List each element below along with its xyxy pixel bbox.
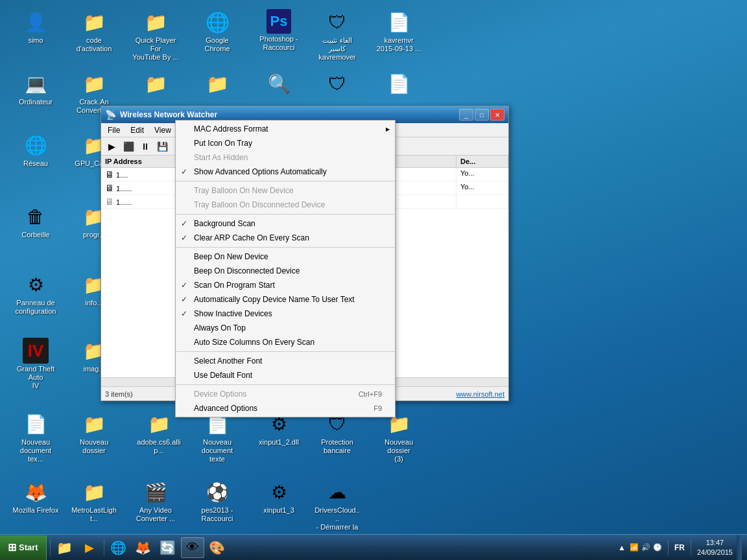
desktop-icon-reseau[interactable]: 🌐 Réseau xyxy=(10,130,62,170)
desktop-icon-corbeille[interactable]: 🗑 Corbeille xyxy=(10,201,62,242)
network-taskbar-icon: 🔄 xyxy=(160,540,176,555)
chrome-taskbar-icon: 🌐 xyxy=(110,540,126,555)
desktop-icon-pes2013[interactable]: ⚽ pes2013 -Raccourci xyxy=(191,476,243,526)
protection-label: Protectionbancaire xyxy=(321,438,353,455)
menu-mac-address-format[interactable]: MAC Address Format xyxy=(176,122,395,136)
menu-show-inactive[interactable]: ✓ Show Inactive Devices xyxy=(176,307,395,321)
firefox-taskbar-icon: 🦊 xyxy=(135,540,151,555)
reseau-label: Réseau xyxy=(23,159,48,168)
menu-beep-disc[interactable]: Beep On Disconnected Device xyxy=(176,264,395,278)
nouveau-doc-texte-label: Nouveaudocument texte xyxy=(194,438,241,464)
desktop-icon-google-chrome[interactable]: 🌐 Google Chrome xyxy=(191,6,243,56)
put-icon-tray-label: Put Icon On Tray xyxy=(194,139,252,148)
pause-button[interactable]: ⏸ xyxy=(137,139,153,154)
cell-extra-1: Yo... xyxy=(456,168,508,181)
quick-player-label: Quick Player ForYouTube By ... xyxy=(132,36,179,62)
simo-icon: 👤 xyxy=(23,9,49,35)
desktop-icon-panneau[interactable]: ⚙ Panneau deconfiguration xyxy=(10,269,62,318)
desktop-icon-any-video[interactable]: 🎬 Any VideoConverter ... xyxy=(130,476,182,526)
menu-advanced-options[interactable]: Advanced Options F9 xyxy=(176,401,395,415)
auto-copy-label: Automatically Copy Device Name To User T… xyxy=(194,295,355,304)
window-controls: _ □ ✕ xyxy=(459,109,504,121)
desktop-icon-code-activation[interactable]: 📁 code d'activation xyxy=(68,6,120,56)
minimize-button[interactable]: _ xyxy=(459,109,473,121)
taskbar-chrome[interactable]: 🌐 xyxy=(107,537,130,558)
taskbar-firefox[interactable]: 🦊 xyxy=(132,537,155,558)
desktop-icon-xinput13[interactable]: ⚙ xinput1_3 xyxy=(253,476,305,517)
ordinateur-icon: 💻 xyxy=(23,71,49,97)
maximize-button[interactable]: □ xyxy=(475,109,489,121)
taskbar-media-player[interactable]: ▶ xyxy=(78,537,101,558)
xinput13-label: xinput1_3 xyxy=(263,506,294,515)
desktop-icon-folder3[interactable]: 📁 xyxy=(130,68,182,100)
ordinateur-label: Ordinateur xyxy=(19,98,53,106)
show-inactive-check: ✓ xyxy=(181,309,187,318)
folder3-icon: 📁 xyxy=(143,71,169,97)
menu-background-scan[interactable]: ✓ Background Scan xyxy=(176,216,395,231)
corbeille-icon: 🗑 xyxy=(23,204,49,229)
desktop-icon-photoshop[interactable]: Ps Photoshop -Raccourci xyxy=(253,6,305,54)
simo-label: simo xyxy=(28,36,43,45)
menu-always-on-top[interactable]: Always On Top xyxy=(176,321,395,335)
menu-select-font[interactable]: Select Another Font xyxy=(176,354,395,368)
cell-extra-3 xyxy=(456,195,508,208)
desktop-icon-simo[interactable]: 👤 simo xyxy=(10,6,62,47)
desktop-icon-nouveau-doc[interactable]: 📄 Nouveaudocument tex... xyxy=(10,408,62,467)
auto-size-label: Auto Size Columns On Every Scan xyxy=(194,338,314,347)
desktop-icon-nouveau-dossier[interactable]: 📁 Nouveau dossier xyxy=(68,408,120,458)
up-arrow-icon[interactable]: ▲ xyxy=(618,543,626,552)
taskbar-eye[interactable]: 👁 xyxy=(181,537,204,558)
start-button[interactable]: ⊞ Start xyxy=(0,535,47,560)
menu-view[interactable]: View xyxy=(149,124,176,136)
cell-ip-1: 🖥 1.... xyxy=(101,168,179,181)
chrome-label: Google Chrome xyxy=(194,36,241,53)
kavremvr-icon: 📄 xyxy=(386,9,412,35)
menu-edit[interactable]: Edit xyxy=(125,124,149,136)
any-video-icon: 🎬 xyxy=(143,479,169,505)
close-button[interactable]: ✕ xyxy=(490,109,504,121)
doc1-icon: 📄 xyxy=(386,71,412,97)
menu-auto-copy[interactable]: ✓ Automatically Copy Device Name To User… xyxy=(176,292,395,307)
desktop-icon-ordinateur[interactable]: 💻 Ordinateur xyxy=(10,68,62,109)
menu-default-font[interactable]: Use Default Font xyxy=(176,368,395,382)
desktop-icon-drivers-cloud[interactable]: ☁ DriversCloud....- Démarrer la ... xyxy=(311,476,363,543)
save-button[interactable]: 💾 xyxy=(154,139,170,154)
menu-auto-size[interactable]: Auto Size Columns On Every Scan xyxy=(176,335,395,349)
desktop-icon-doc1[interactable]: 📄 xyxy=(373,68,425,100)
nirsoft-link[interactable]: www.nirsoft.net xyxy=(456,390,504,398)
taskbar: ⊞ Start 📁 ▶ 🌐 🦊 🔄 👁 xyxy=(0,534,747,560)
taskbar-explorer[interactable]: 📁 xyxy=(53,537,77,558)
desktop-icon-folder4[interactable]: 📁 xyxy=(191,68,243,100)
nouveau-dossier-label: Nouveau dossier xyxy=(71,438,117,455)
taskbar-right: ▲ 📶 🔊 🕐 FR 13:47 24/09/2015 xyxy=(613,535,747,560)
desktop-icon-firefox[interactable]: 🦊 Mozilla Firefox xyxy=(10,476,62,517)
advanced-options-shortcut: F9 xyxy=(374,404,382,412)
desktop-icon-kavremvr[interactable]: 📄 kavremvr2015-09-13 ... xyxy=(373,6,425,56)
search-icon: 🔍 xyxy=(266,71,292,97)
desktop-icon-quick-player[interactable]: 📁 Quick Player ForYouTube By ... xyxy=(130,6,182,65)
nouveau-dossier-icon: 📁 xyxy=(81,411,107,437)
taskbar-clock[interactable]: 13:47 24/09/2015 xyxy=(697,538,733,557)
clock-time: 13:47 xyxy=(697,538,733,547)
desktop-icon-search[interactable]: 🔍 xyxy=(253,68,305,100)
desktop-icon-kaspersky[interactable]: 🛡 xyxy=(311,68,363,100)
menu-tray-balloon-new: Tray Balloon On New Device xyxy=(176,183,395,198)
menu-beep-new[interactable]: Beep On New Device xyxy=(176,250,395,264)
desktop-icon-metro[interactable]: 📁 MetroLastLight... xyxy=(68,476,120,526)
cell-ip-3: 🖥 1...... xyxy=(101,195,179,208)
default-font-label: Use Default Font xyxy=(194,371,252,380)
stop-button[interactable]: ⬛ xyxy=(121,139,136,154)
taskbar-palette[interactable]: 🎨 xyxy=(206,537,229,558)
volume-icon[interactable]: 🔊 xyxy=(641,543,650,552)
menu-file[interactable]: File xyxy=(102,124,125,136)
language-indicator[interactable]: FR xyxy=(674,543,685,552)
desktop-icon-gta[interactable]: IV Grand Theft AutoIV xyxy=(10,335,62,393)
menu-put-icon-tray[interactable]: Put Icon On Tray xyxy=(176,136,395,150)
play-button[interactable]: ▶ xyxy=(104,139,119,154)
taskbar-network[interactable]: 🔄 xyxy=(156,537,180,558)
sep5 xyxy=(176,384,395,385)
desktop-icon-kavremover-ar[interactable]: 🛡 الغاء تثبيت كاسبر kavremover xyxy=(311,6,363,65)
menu-scan-on-start[interactable]: ✓ Scan On Program Start xyxy=(176,278,395,292)
menu-clear-arp[interactable]: ✓ Clear ARP Cache On Every Scan xyxy=(176,231,395,245)
menu-show-advanced[interactable]: ✓ Show Advanced Options Automatically xyxy=(176,165,395,179)
